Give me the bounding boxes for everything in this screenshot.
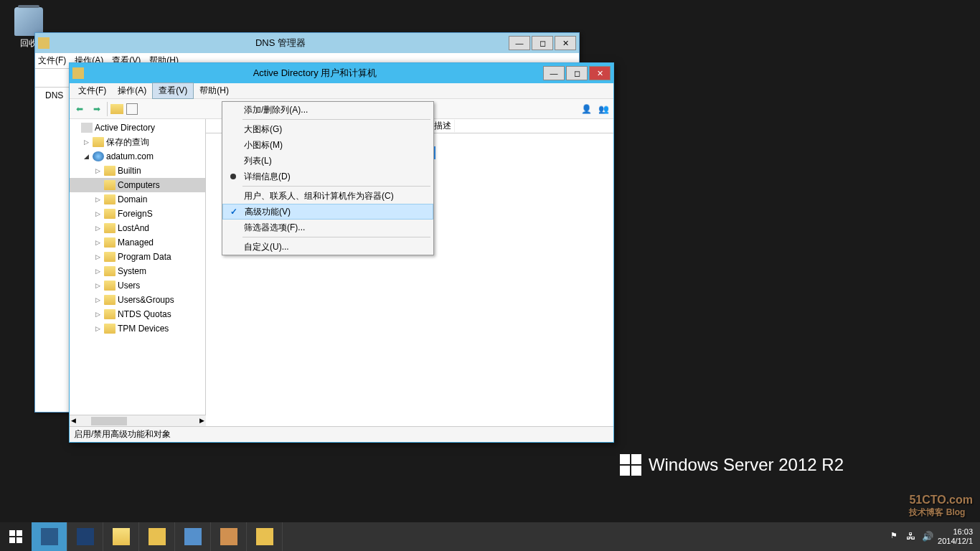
folder-icon — [104, 166, 116, 176]
volume-icon[interactable]: 🔊 — [922, 531, 933, 542]
os-branding: Windows Server 2012 R2 — [620, 454, 844, 476]
tree-item-users-groups[interactable]: ▷Users&Groups — [70, 293, 205, 307]
menu-large-icons[interactable]: 大图标(G) — [222, 121, 433, 137]
tree-item-tpm-devices[interactable]: ▷TPM Devices — [70, 321, 205, 336]
tree-item-active-directory[interactable]: Active Directory — [70, 121, 205, 135]
ad-menubar: 文件(F) 操作(A) 查看(V) 帮助(H) — [70, 83, 613, 99]
tree-item-builtin[interactable]: ▷Builtin — [70, 164, 205, 178]
flag-icon[interactable]: ⚑ — [890, 531, 902, 542]
menu-file[interactable]: 文件(F) — [72, 83, 112, 98]
minimize-button[interactable]: — — [509, 36, 530, 50]
tree-arrow-icon[interactable]: ▷ — [95, 210, 104, 217]
tree-arrow-icon[interactable]: ▷ — [95, 268, 104, 275]
menu-list[interactable]: 列表(L) — [222, 153, 433, 169]
tree-arrow-icon[interactable]: ◢ — [84, 153, 93, 160]
app-icon — [38, 37, 50, 49]
tree-item--[interactable]: ▷保存的查询 — [70, 135, 205, 149]
tree-item-label: Managed — [118, 237, 154, 248]
menu-users-as-containers[interactable]: 用户、联系人、组和计算机作为容器(C) — [222, 188, 433, 204]
tree-arrow-icon[interactable]: ▷ — [95, 167, 104, 174]
menu-add-remove-columns[interactable]: 添加/删除列(A)... — [222, 102, 433, 118]
user-icon[interactable]: 👤 — [579, 102, 593, 116]
tree-item-label: TPM Devices — [118, 324, 169, 334]
tree-arrow-icon[interactable]: ▷ — [95, 253, 104, 260]
col-desc[interactable]: 描述 — [431, 120, 455, 132]
tree-arrow-icon[interactable]: ▷ — [95, 239, 104, 246]
menu-filter-options[interactable]: 筛选器选项(F)... — [222, 220, 433, 235]
menu-customize[interactable]: 自定义(U)... — [222, 239, 433, 255]
taskbar-server-manager[interactable] — [32, 522, 67, 551]
tree-item-label: adatum.com — [106, 151, 154, 161]
folder-up-icon[interactable] — [110, 104, 123, 114]
dns-titlebar[interactable]: DNS 管理器 — ◻ ✕ — [35, 33, 579, 53]
taskbar-app3[interactable] — [211, 522, 247, 551]
tree-item-managed[interactable]: ▷Managed — [70, 235, 205, 250]
ad-titlebar[interactable]: Active Directory 用户和计算机 — ◻ ✕ — [70, 63, 613, 83]
clock[interactable]: 16:03 2014/12/1 — [938, 527, 973, 546]
close-button[interactable]: ✕ — [589, 66, 611, 80]
explorer-icon — [113, 528, 130, 545]
maximize-button[interactable]: ◻ — [566, 66, 588, 80]
dns-menu-file[interactable]: 文件(F) — [38, 55, 66, 67]
menu-view[interactable]: 查看(V) — [152, 83, 194, 99]
menu-details[interactable]: 详细信息(D) — [222, 169, 433, 184]
ad-tree-pane[interactable]: Active Directory▷保存的查询◢adatum.com▷Builti… — [70, 119, 206, 426]
menu-small-icons[interactable]: 小图标(M) — [222, 137, 433, 153]
network-icon[interactable]: 🖧 — [906, 531, 918, 542]
tree-item-system[interactable]: ▷System — [70, 264, 205, 278]
ad-icon — [81, 123, 93, 133]
folder-icon — [104, 252, 116, 262]
taskbar-app1[interactable] — [139, 522, 175, 551]
forward-icon[interactable]: ➡ — [90, 102, 104, 116]
tree-arrow-icon[interactable]: ▷ — [84, 138, 93, 146]
tree-arrow-icon[interactable]: ▷ — [95, 282, 104, 289]
tree-item-label: NTDS Quotas — [118, 309, 171, 319]
tree-item-label: Users — [118, 281, 140, 291]
tree-item-users[interactable]: ▷Users — [70, 278, 205, 293]
horizontal-scrollbar[interactable]: ◀ ▶ — [70, 415, 206, 426]
view-dropdown-menu: 添加/删除列(A)... 大图标(G) 小图标(M) 列表(L) 详细信息(D)… — [222, 101, 434, 255]
taskbar-explorer[interactable] — [103, 522, 139, 551]
tree-item-ntds-quotas[interactable]: ▷NTDS Quotas — [70, 307, 205, 321]
tree-item-label: Builtin — [118, 166, 141, 176]
menu-help[interactable]: 帮助(H) — [194, 83, 235, 98]
start-button[interactable] — [0, 522, 32, 551]
tree-item-computers[interactable]: Computers — [70, 178, 205, 192]
tree-item-label: Program Data — [118, 252, 171, 262]
group-icon[interactable]: 👥 — [596, 102, 611, 116]
status-bar: 启用/禁用高级功能和对象 — [70, 426, 613, 442]
back-icon[interactable]: ⬅ — [72, 102, 87, 116]
windows-logo-icon — [620, 454, 641, 476]
tree-arrow-icon[interactable]: ▷ — [95, 225, 104, 232]
tree-arrow-icon[interactable]: ▷ — [95, 325, 104, 332]
folder-icon — [104, 281, 116, 291]
globe-icon — [93, 151, 104, 161]
recycle-bin-icon — [14, 7, 43, 36]
taskbar-powershell[interactable] — [67, 522, 103, 551]
tree-arrow-icon[interactable]: ▷ — [95, 196, 104, 203]
tree-item-program-data[interactable]: ▷Program Data — [70, 250, 205, 264]
powershell-icon — [77, 528, 94, 545]
taskbar-app4[interactable] — [247, 522, 283, 551]
folder-icon — [104, 223, 116, 233]
minimize-button[interactable]: — — [543, 66, 565, 80]
maximize-button[interactable]: ◻ — [532, 36, 553, 50]
tree-item-adatum-com[interactable]: ◢adatum.com — [70, 149, 205, 164]
watermark: 51CTO.com 技术博客 Blog — [909, 494, 973, 519]
menu-advanced-features[interactable]: ✓高级功能(V) — [222, 204, 433, 220]
menu-action[interactable]: 操作(A) — [112, 83, 152, 98]
folder-icon — [93, 137, 104, 147]
tree-arrow-icon[interactable]: ▷ — [95, 311, 104, 318]
tree-item-label: ForeignS — [118, 209, 153, 219]
tree-item-domain[interactable]: ▷Domain — [70, 192, 205, 207]
tree-arrow-icon[interactable]: ▷ — [95, 296, 104, 303]
tree-item-foreigns[interactable]: ▷ForeignS — [70, 207, 205, 221]
system-tray: ⚑ 🖧 🔊 16:03 2014/12/1 — [890, 527, 980, 546]
taskbar-app2[interactable] — [175, 522, 211, 551]
scrollbar-thumb[interactable] — [91, 417, 127, 425]
properties-icon[interactable] — [126, 103, 138, 115]
folder-icon — [104, 309, 116, 319]
tree-item-lostand[interactable]: ▷LostAnd — [70, 221, 205, 235]
status-text: 启用/禁用高级功能和对象 — [74, 428, 171, 441]
close-button[interactable]: ✕ — [555, 36, 576, 50]
